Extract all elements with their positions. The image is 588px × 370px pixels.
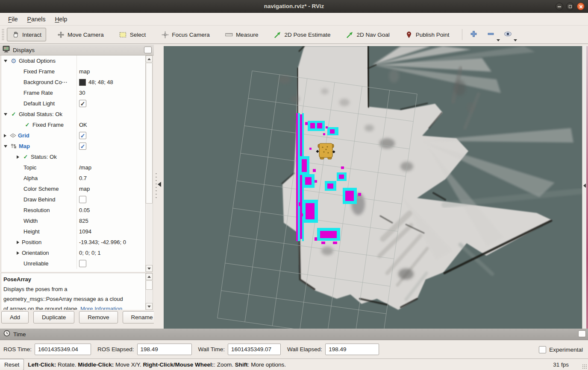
- scroll-down-icon[interactable]: [146, 265, 153, 272]
- tool-measure[interactable]: Measure: [220, 28, 263, 41]
- expander-open-icon[interactable]: [4, 113, 7, 116]
- costmap-cell: [358, 193, 361, 196]
- tree-row-height[interactable]: Height1094: [1, 226, 153, 237]
- ros-elapsed-input[interactable]: 198.49: [137, 344, 192, 355]
- splitter-handle[interactable]: [155, 172, 157, 200]
- property-checkbox[interactable]: [79, 196, 86, 203]
- resize-grip[interactable]: [582, 364, 587, 369]
- tree-row-global-status-ok[interactable]: ✓Global Status: Ok: [1, 109, 153, 119]
- value-text[interactable]: 0; 0; 0; 1: [79, 250, 101, 256]
- tool-2d-nav-goal[interactable]: 2D Nav Goal: [341, 28, 394, 41]
- time-panel-header[interactable]: Time: [0, 329, 588, 340]
- value-text[interactable]: 0.7: [79, 175, 87, 181]
- scroll-up-icon[interactable]: [146, 273, 153, 280]
- property-checkbox[interactable]: ✓: [79, 143, 86, 150]
- property-label: Draw Behind: [24, 196, 55, 203]
- value-text[interactable]: map: [79, 68, 90, 75]
- tool-focus-camera[interactable]: Focus Camera: [156, 28, 215, 41]
- value-text[interactable]: 48; 48; 48: [88, 79, 113, 85]
- collapse-right-arrow-icon[interactable]: [583, 184, 586, 188]
- tree-row-position[interactable]: Position-19.343; -42.996; 0: [1, 237, 153, 248]
- property-checkbox[interactable]: [79, 260, 86, 267]
- displays-scrollbar[interactable]: [145, 55, 153, 272]
- tree-row-draw-behind[interactable]: Draw Behind: [1, 194, 153, 205]
- close-icon[interactable]: [577, 3, 585, 10]
- duplicate-button[interactable]: Duplicate: [33, 311, 74, 323]
- tree-row-default-light[interactable]: Default Light✓: [1, 98, 153, 109]
- expander-open-icon[interactable]: [4, 145, 7, 148]
- wall-time-input[interactable]: 1601435349.07: [228, 344, 281, 355]
- value-text[interactable]: 0.05: [79, 207, 90, 213]
- wall-elapsed-input[interactable]: 198.49: [325, 344, 379, 355]
- property-checkbox[interactable]: ✓: [79, 100, 86, 107]
- tree-row-resolution[interactable]: Resolution0.05: [1, 205, 153, 216]
- property-name: Map: [1, 141, 76, 151]
- tree-row-unreliable[interactable]: Unreliable: [1, 258, 153, 269]
- displays-panel-header[interactable]: Displays: [0, 45, 154, 55]
- menu-panels[interactable]: Panels: [23, 14, 50, 24]
- menu-file[interactable]: File: [3, 14, 23, 24]
- expander-open-icon[interactable]: [4, 60, 7, 62]
- expander-closed-icon[interactable]: [17, 241, 19, 244]
- more-information-link[interactable]: More Information: [80, 306, 122, 310]
- expander-closed-icon[interactable]: [17, 155, 19, 159]
- 3d-viewport[interactable]: [164, 46, 582, 329]
- tree-row-topic[interactable]: Topic/map: [1, 162, 153, 173]
- value-text[interactable]: -19.343; -42.996; 0: [79, 239, 126, 245]
- panel-splitter[interactable]: [154, 44, 164, 329]
- menu-help[interactable]: Help: [50, 14, 72, 24]
- value-text[interactable]: map: [79, 186, 90, 192]
- description-scrollbar[interactable]: [145, 273, 153, 310]
- chevron-down-icon[interactable]: [514, 39, 517, 41]
- expander-closed-icon[interactable]: [17, 251, 19, 255]
- scroll-down-icon[interactable]: [146, 303, 153, 310]
- reset-button[interactable]: Reset: [0, 359, 24, 370]
- tool-interact[interactable]: Interact: [7, 28, 46, 41]
- tool-select[interactable]: Select: [115, 28, 151, 41]
- chevron-down-icon[interactable]: [497, 39, 500, 41]
- value-text[interactable]: OK: [79, 122, 87, 128]
- tree-row-alpha[interactable]: Alpha0.7: [1, 173, 153, 184]
- property-name: Orientation: [1, 248, 76, 258]
- property-checkbox[interactable]: ✓: [79, 132, 86, 139]
- collapse-left-arrow-icon[interactable]: [158, 182, 161, 187]
- experimental-checkbox[interactable]: [539, 346, 546, 353]
- title-bar[interactable]: navigation.rviz* - RViz: [0, 0, 588, 13]
- minimize-icon[interactable]: [556, 3, 563, 10]
- expander-closed-icon[interactable]: [4, 134, 6, 137]
- render-canvas[interactable]: [164, 46, 582, 329]
- add-button[interactable]: Add: [1, 311, 29, 323]
- tree-row-grid[interactable]: Grid✓: [1, 130, 153, 141]
- value-text[interactable]: /map: [79, 164, 91, 171]
- color-swatch[interactable]: [79, 79, 86, 86]
- tool-visibility-button[interactable]: [503, 29, 514, 40]
- toolbar-drag-handle[interactable]: [2, 29, 4, 41]
- tree-row-orientation[interactable]: Orientation0; 0; 0; 1: [1, 248, 153, 258]
- tree-row-fixed-frame[interactable]: Fixed Framemap: [1, 66, 153, 77]
- value-text[interactable]: 30: [79, 90, 85, 96]
- tree-row-map[interactable]: Map✓: [1, 141, 153, 151]
- tree-row-width[interactable]: Width825: [1, 216, 153, 226]
- tool-move-camera[interactable]: Move Camera: [52, 28, 109, 41]
- remove-button[interactable]: Remove: [79, 311, 118, 323]
- ros-time-input[interactable]: 1601435349.04: [35, 344, 91, 355]
- value-text[interactable]: 1094: [79, 228, 91, 235]
- scroll-up-icon[interactable]: [146, 55, 153, 62]
- tree-row-fixed-frame[interactable]: ✓Fixed FrameOK: [1, 119, 153, 130]
- maximize-icon[interactable]: [566, 3, 574, 10]
- displays-float-button[interactable]: [144, 47, 152, 53]
- value-text[interactable]: 825: [79, 218, 88, 224]
- tree-row-frame-rate[interactable]: Frame Rate30: [1, 87, 153, 98]
- remove-tool-button[interactable]: [485, 29, 497, 40]
- right-panel-splitter[interactable]: [582, 46, 586, 329]
- scrollbar-thumb[interactable]: [146, 63, 153, 204]
- tree-row-global-options[interactable]: ⚙Global Options: [1, 55, 153, 66]
- tool-2d-pose-estimate[interactable]: 2D Pose Estimate: [269, 28, 335, 41]
- add-tool-button[interactable]: [468, 29, 479, 40]
- tree-row-status-ok[interactable]: ✓Status: Ok: [1, 151, 153, 162]
- scrollbar-thumb[interactable]: [146, 280, 153, 290]
- tree-row-color-scheme[interactable]: Color Schememap: [1, 184, 153, 194]
- tree-row-background-co[interactable]: Background Co⋯48; 48; 48: [1, 77, 153, 87]
- time-float-button[interactable]: [578, 330, 586, 337]
- tool-publish-point[interactable]: Publish Point: [400, 28, 454, 41]
